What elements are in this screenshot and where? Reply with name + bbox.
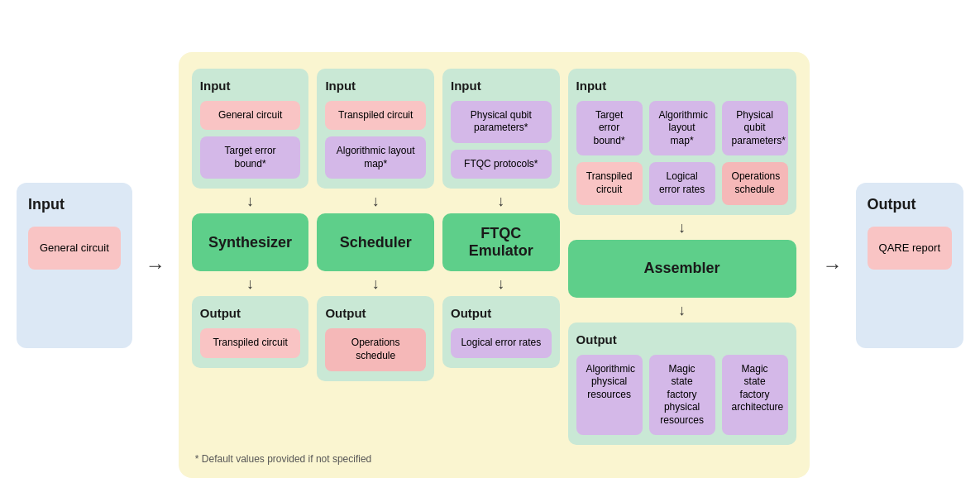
- sched-down-arrow-2: ↓: [317, 276, 434, 291]
- scheduler-output-title: Output: [325, 306, 426, 320]
- left-panel-title: Input: [28, 196, 65, 213]
- right-panel-card: QARE report: [868, 227, 952, 270]
- synthesizer-output-cards: Transpiled circuit: [200, 328, 301, 358]
- right-panel-title: Output: [868, 196, 916, 213]
- ftqc-output-cards: Logical error rates: [451, 328, 552, 358]
- asm-down-arrow-1: ↓: [568, 220, 796, 235]
- page-wrapper: Input General circuit → Input General ci…: [17, 17, 963, 497]
- ftqc-col: Input Physical qubit parameters* FTQC pr…: [442, 69, 560, 446]
- synth-down-arrow-2: ↓: [192, 276, 309, 291]
- assembler-col: Input Target error bound* Algorithmic la…: [568, 69, 796, 446]
- synthesizer-col: Input General circuit Target error bound…: [192, 69, 309, 446]
- asm-card-5: Logical error rates: [649, 162, 715, 204]
- ftqc-output-title: Output: [451, 306, 552, 320]
- central-panel: Input General circuit Target error bound…: [179, 52, 810, 479]
- ftqc-card-2: FTQC protocols*: [451, 150, 552, 179]
- assembler-output-cards: Algorithmic physical resources Magic sta…: [576, 355, 788, 436]
- asm-card-2: Algorithmic layout map*: [649, 101, 715, 156]
- scheduler-output-cards: Operations schedule: [325, 328, 426, 370]
- asm-out-card-2: Magic state factory physical resources: [649, 355, 715, 436]
- synthesizer-output-box: Output Transpiled circuit: [192, 296, 309, 368]
- scheduler-input-box: Input Transpiled circuit Algorithmic lay…: [317, 69, 434, 189]
- synth-down-arrow-1: ↓: [192, 194, 309, 208]
- asm-out-card-1: Algorithmic physical resources: [576, 355, 643, 436]
- synthesizer-input-box: Input General circuit Target error bound…: [192, 69, 309, 189]
- asm-card-1: Target error bound*: [576, 101, 643, 156]
- ftqc-output-box: Output Logical error rates: [442, 296, 560, 368]
- left-arrow: →: [141, 254, 170, 277]
- asm-out-card-3: Magic state factory architecture: [722, 355, 788, 436]
- assembler-input-box: Input Target error bound* Algorithmic la…: [568, 69, 796, 215]
- central-inner: Input General circuit Target error bound…: [192, 69, 796, 446]
- main-layout: Input General circuit → Input General ci…: [17, 52, 963, 479]
- sched-out-card-1: Operations schedule: [325, 328, 426, 370]
- assembler-output-box: Output Algorithmic physical resources Ma…: [568, 323, 796, 446]
- ftqc-out-card-1: Logical error rates: [451, 328, 552, 358]
- sched-down-arrow-1: ↓: [317, 194, 434, 208]
- synthesizer-box: Synthesizer: [192, 213, 309, 271]
- synthesizer-input-title: Input: [200, 79, 301, 93]
- assembler-output-title: Output: [576, 332, 788, 346]
- asm-card-3: Physical qubit parameters*: [722, 101, 788, 156]
- asm-card-4: Transpiled circuit: [576, 162, 643, 204]
- footnote: * Default values provided if not specifi…: [192, 453, 371, 465]
- scheduler-input-cards: Transpiled circuit Algorithmic layout ma…: [325, 101, 426, 179]
- assembler-input-title: Input: [576, 79, 788, 93]
- scheduler-input-title: Input: [325, 79, 426, 93]
- synth-card-2: Target error bound*: [200, 136, 301, 179]
- ftqc-input-cards: Physical qubit parameters* FTQC protocol…: [451, 101, 552, 179]
- asm-down-arrow-2: ↓: [568, 303, 796, 318]
- scheduler-box: Scheduler: [317, 213, 434, 271]
- left-input-panel: Input General circuit: [17, 183, 132, 348]
- ftqc-card-1: Physical qubit parameters*: [451, 101, 552, 143]
- ftqc-down-arrow-1: ↓: [442, 194, 560, 208]
- scheduler-output-box: Output Operations schedule: [317, 296, 434, 380]
- asm-card-6: Operations schedule: [722, 162, 788, 204]
- input-row: Input General circuit Target error bound…: [192, 69, 796, 446]
- assembler-box: Assembler: [568, 240, 796, 298]
- synth-card-1: General circuit: [200, 101, 301, 131]
- ftqc-input-title: Input: [451, 79, 552, 93]
- sched-card-2: Algorithmic layout map*: [325, 136, 426, 179]
- synthesizer-input-cards: General circuit Target error bound*: [200, 101, 301, 179]
- right-arrow: →: [818, 254, 848, 277]
- synthesizer-output-title: Output: [200, 306, 301, 320]
- sched-card-1: Transpiled circuit: [325, 101, 426, 131]
- ftqc-input-box: Input Physical qubit parameters* FTQC pr…: [442, 69, 560, 189]
- scheduler-col: Input Transpiled circuit Algorithmic lay…: [317, 69, 434, 446]
- ftqc-down-arrow-2: ↓: [442, 276, 560, 291]
- right-output-panel: Output QARE report: [856, 183, 963, 348]
- assembler-input-cards: Target error bound* Algorithmic layout m…: [576, 101, 788, 205]
- left-panel-card: General circuit: [28, 227, 121, 270]
- ftqc-box: FTQCEmulator: [442, 213, 560, 271]
- synth-out-card-1: Transpiled circuit: [200, 328, 301, 358]
